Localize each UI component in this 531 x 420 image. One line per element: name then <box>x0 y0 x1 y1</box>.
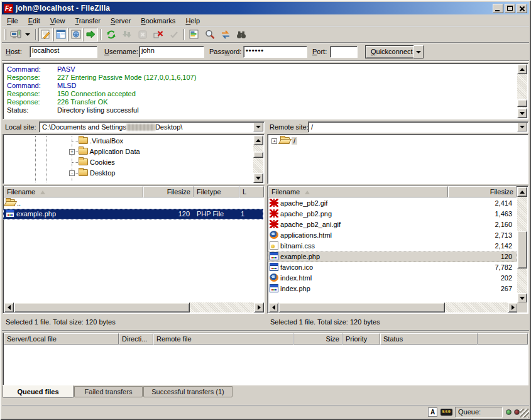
scrollbar-thumb[interactable] <box>517 99 527 107</box>
synchronized-browsing-button[interactable] <box>218 28 233 41</box>
tree-expander[interactable]: + <box>69 149 75 155</box>
remote-site-combo[interactable]: / <box>308 121 528 133</box>
combo-dropdown-button[interactable] <box>253 123 263 131</box>
queue-column-remote-file[interactable]: Remote file <box>153 333 293 345</box>
column-header-filename[interactable]: Filename <box>4 186 143 197</box>
reconnect-button[interactable] <box>167 28 181 41</box>
maximize-button[interactable] <box>505 4 515 13</box>
tab-successful-transfers[interactable]: Successful transfers (1) <box>143 386 233 397</box>
file-row[interactable]: applications.html 2,713 <box>268 230 517 241</box>
file-row[interactable]: index.html 202 <box>268 273 517 284</box>
file-search-button[interactable] <box>202 28 217 41</box>
scroll-up-button[interactable] <box>517 187 527 197</box>
menu-file[interactable]: File <box>2 16 23 26</box>
toggle-transfer-queue-button[interactable] <box>84 28 98 41</box>
cancel-button[interactable] <box>135 28 150 41</box>
scroll-up-button[interactable] <box>253 135 263 145</box>
tree-item[interactable]: / <box>280 136 297 146</box>
tree-expander[interactable]: + <box>271 138 277 144</box>
column-header-filesize[interactable]: Filesize <box>448 186 517 197</box>
filename-filters-button[interactable] <box>234 28 248 41</box>
scroll-right-button[interactable] <box>508 302 518 312</box>
column-header-filesize[interactable]: Filesize <box>143 186 194 197</box>
tree-item[interactable]: Cookies <box>79 157 115 168</box>
site-manager-dropdown-button[interactable] <box>23 28 32 41</box>
arrow-right-icon <box>258 305 261 310</box>
site-manager-button[interactable] <box>8 28 23 41</box>
file-row[interactable]: index.php 267 <box>268 284 517 294</box>
file-row-selected[interactable]: example.php 120 PHP File 1 <box>3 209 263 219</box>
column-header-filename[interactable]: Filename <box>268 186 448 197</box>
scroll-left-button[interactable] <box>268 302 278 312</box>
username-input[interactable]: john <box>139 46 204 58</box>
tree-item[interactable]: .VirtualBox <box>79 136 123 146</box>
combo-dropdown-button[interactable] <box>517 123 527 131</box>
directory-comparison-button[interactable] <box>187 28 201 41</box>
process-queue-button[interactable] <box>119 28 134 41</box>
separator-line <box>2 60 529 62</box>
speed-limit-icon[interactable]: 560 <box>441 409 452 416</box>
port-input[interactable] <box>330 46 358 58</box>
scroll-right-button[interactable] <box>254 302 264 312</box>
scrollbar-thumb[interactable] <box>278 302 445 312</box>
scrollbar-thumb[interactable] <box>14 302 190 312</box>
toolbar-grip[interactable] <box>4 29 6 40</box>
menu-help[interactable]: Help <box>180 16 205 26</box>
refresh-icon <box>106 29 117 40</box>
menu-transfer[interactable]: Transfer <box>70 16 106 26</box>
disconnect-button[interactable] <box>151 28 165 41</box>
file-row[interactable]: bitnami.css 2,142 <box>268 241 517 251</box>
scrollbar-thumb[interactable] <box>253 152 263 158</box>
quickconnect-dropdown-button[interactable] <box>413 45 424 58</box>
file-row[interactable]: apache_pb2.png 1,463 <box>268 209 517 219</box>
local-site-combo[interactable]: C:\Documents and SettingsDesktop\ <box>39 121 265 133</box>
scroll-down-button[interactable] <box>517 293 527 303</box>
transfer-type-indicator[interactable]: A <box>428 407 437 417</box>
tab-queued-files[interactable]: Queued files <box>3 385 74 398</box>
scroll-down-button[interactable] <box>253 173 263 183</box>
log-scrollbar[interactable] <box>517 64 527 118</box>
menu-edit[interactable]: Edit <box>23 16 45 26</box>
tree-item[interactable]: Application Data <box>79 146 140 157</box>
chevron-down-icon <box>520 126 525 128</box>
queue-column-direction[interactable]: Directi... <box>119 333 153 345</box>
file-row[interactable]: .. <box>3 198 263 209</box>
remote-hscrollbar[interactable] <box>268 302 518 312</box>
file-row-selected-inactive[interactable]: example.php 120 <box>268 251 517 262</box>
title-bar[interactable]: Fz john@localhost - FileZilla <box>2 2 529 14</box>
local-hscrollbar[interactable] <box>4 302 264 312</box>
toggle-message-log-button[interactable] <box>38 28 53 41</box>
remote-vscrollbar[interactable] <box>517 187 527 303</box>
quickconnect-button[interactable]: Quickconnect <box>365 45 419 58</box>
queue-column-size[interactable]: Size <box>293 333 342 345</box>
scroll-down-button[interactable] <box>517 108 527 118</box>
column-header-filetype[interactable]: Filetype <box>194 186 239 197</box>
resize-grip[interactable] <box>520 409 529 417</box>
transfer-queue-icon <box>85 29 97 40</box>
minimize-button[interactable] <box>493 4 503 13</box>
password-input[interactable]: •••••• <box>243 46 307 58</box>
menu-bookmarks[interactable]: Bookmarks <box>136 16 180 26</box>
scrollbar-thumb[interactable] <box>517 231 527 268</box>
queue-column-status[interactable]: Status <box>380 333 478 345</box>
host-input[interactable]: localhost <box>30 46 97 58</box>
scroll-left-button[interactable] <box>4 302 14 312</box>
menu-server[interactable]: Server <box>106 16 136 26</box>
scroll-up-button[interactable] <box>517 64 527 74</box>
queue-column-priority[interactable]: Priority <box>342 333 380 345</box>
menu-view[interactable]: View <box>45 16 70 26</box>
column-header-lastmodified[interactable]: L <box>239 186 264 197</box>
toggle-remote-tree-button[interactable] <box>68 28 83 41</box>
file-row[interactable]: favicon.ico 7,782 <box>268 262 517 273</box>
tree-item[interactable]: Desktop <box>79 168 115 179</box>
queue-status: Queue: empty <box>455 407 503 417</box>
tree-expander[interactable]: - <box>69 170 75 176</box>
toggle-local-tree-button[interactable] <box>53 28 68 41</box>
file-row[interactable]: apache_pb2.gif 2,414 <box>268 198 517 209</box>
file-row[interactable]: apache_pb2_ani.gif 2,160 <box>268 219 517 230</box>
queue-column-local-file[interactable]: Server/Local file <box>4 333 119 345</box>
close-button[interactable] <box>517 4 527 13</box>
refresh-button[interactable] <box>104 28 118 41</box>
tab-failed-transfers[interactable]: Failed transfers <box>74 386 143 397</box>
local-tree-scrollbar[interactable] <box>253 135 263 183</box>
